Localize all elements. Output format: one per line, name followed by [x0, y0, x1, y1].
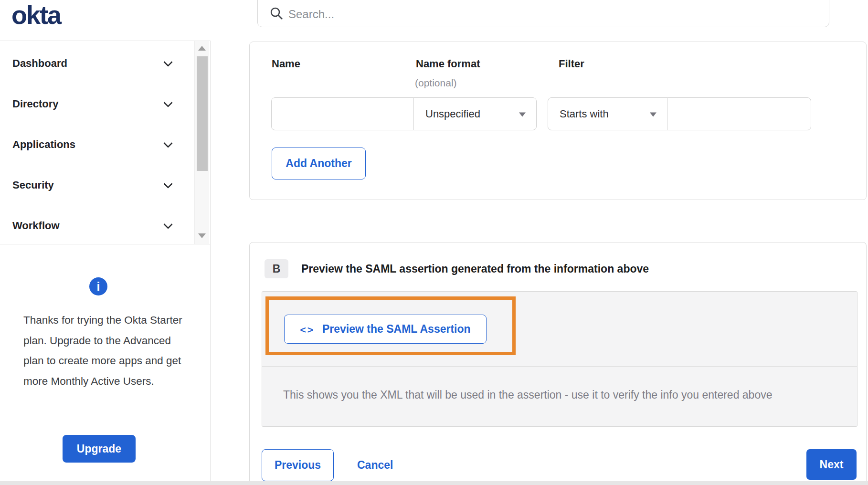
- add-another-button[interactable]: Add Another: [272, 148, 366, 179]
- cancel-link[interactable]: Cancel: [357, 449, 393, 481]
- global-search[interactable]: [257, 0, 829, 27]
- sidebar-item-workflow[interactable]: Workflow: [0, 205, 194, 246]
- upgrade-message: Thanks for trying the Okta Starter plan.…: [23, 310, 183, 391]
- filter-column-label: Filter: [559, 58, 584, 70]
- sidebar-item-security[interactable]: Security: [0, 165, 194, 205]
- panel-divider: [262, 366, 857, 367]
- previous-button[interactable]: Previous: [262, 449, 334, 481]
- preview-saml-button-label: Preview the SAML Assertion: [322, 323, 471, 336]
- bottom-edge-strip: [0, 481, 868, 485]
- filter-type-select[interactable]: Starts with: [548, 97, 667, 130]
- sidebar-item-label: Security: [12, 179, 54, 191]
- chevron-down-icon: [163, 98, 173, 107]
- preview-saml-card: B Preview the SAML assertion generated f…: [249, 242, 867, 485]
- name-format-column-label: Name format: [416, 58, 480, 70]
- preview-panel: <> Preview the SAML Assertion This shows…: [262, 291, 857, 427]
- name-format-select[interactable]: Unspecified: [413, 97, 537, 130]
- caret-down-icon: [650, 112, 656, 116]
- name-column-label: Name: [272, 58, 300, 70]
- name-format-optional-label: (optional): [415, 77, 457, 89]
- okta-logo: okta: [11, 0, 61, 30]
- chevron-down-icon: [163, 138, 173, 148]
- filter-value-input[interactable]: [667, 97, 811, 130]
- info-icon: i: [89, 277, 107, 295]
- okta-admin-console: okta Dashboard Directory Applications Se…: [0, 0, 868, 485]
- section-b-badge: B: [265, 259, 288, 278]
- scroll-up-icon[interactable]: [198, 46, 206, 51]
- scrollbar-thumb[interactable]: [197, 56, 208, 171]
- sidebar-item-label: Workflow: [12, 220, 60, 232]
- next-button[interactable]: Next: [806, 449, 857, 480]
- sidebar-item-label: Applications: [12, 138, 75, 151]
- chevron-down-icon: [163, 220, 173, 229]
- sidebar-nav: Dashboard Directory Applications Securit…: [0, 43, 194, 246]
- chevron-down-icon: [163, 179, 173, 189]
- info-glyph: i: [97, 280, 100, 294]
- upgrade-button[interactable]: Upgrade: [63, 435, 136, 463]
- sidebar-item-label: Dashboard: [12, 57, 67, 70]
- attribute-name-input[interactable]: [271, 97, 414, 130]
- chevron-down-icon: [163, 57, 173, 67]
- section-b-title: Preview the SAML assertion generated fro…: [301, 263, 649, 275]
- name-format-selected-value: Unspecified: [425, 108, 480, 120]
- sidebar-item-directory[interactable]: Directory: [0, 84, 194, 124]
- sidebar-divider: [210, 41, 211, 481]
- sidebar-top-border: [0, 41, 210, 41]
- sidebar-bottom-border: [0, 244, 210, 244]
- preview-saml-assertion-button[interactable]: <> Preview the SAML Assertion: [284, 315, 487, 344]
- sidebar-item-dashboard[interactable]: Dashboard: [0, 43, 194, 84]
- preview-description: This shows you the XML that will be used…: [283, 389, 847, 401]
- caret-down-icon: [519, 112, 526, 116]
- sidebar-scrollbar[interactable]: [194, 41, 209, 244]
- sidebar-item-applications[interactable]: Applications: [0, 124, 194, 165]
- filter-type-selected-value: Starts with: [560, 108, 609, 120]
- code-icon: <>: [300, 324, 315, 336]
- scroll-down-icon[interactable]: [198, 233, 206, 238]
- attribute-statements-card: Name Name format (optional) Filter Unspe…: [249, 42, 867, 200]
- search-input[interactable]: [288, 5, 814, 23]
- sidebar-item-label: Directory: [12, 98, 59, 110]
- search-icon: [269, 6, 284, 21]
